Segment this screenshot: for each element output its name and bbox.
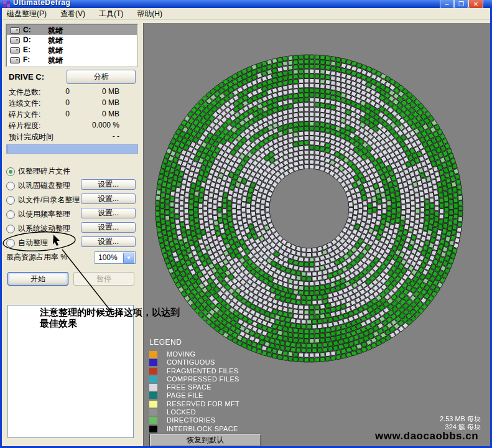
pause-button[interactable]: 暂停: [73, 272, 134, 286]
drive-row-f[interactable]: F: 就绪: [7, 55, 137, 65]
legend: LEGEND MOVING CONTIGUOUS FRAGMENTED FILE…: [149, 338, 182, 433]
option-fragmented-only[interactable]: 仅整理碎片文件: [6, 166, 70, 175]
radio-label: 以使用频率整理: [18, 210, 70, 218]
radio-label: 以文件/目录名整理: [18, 195, 80, 204]
restore-default-button[interactable]: 恢复到默认: [149, 434, 261, 447]
menu-tools[interactable]: 工具(T): [94, 8, 128, 20]
option-auto-defrag[interactable]: 自动整理: [6, 237, 48, 247]
message-box: [7, 305, 134, 438]
radio-button[interactable]: [6, 210, 15, 219]
radio-button[interactable]: [6, 167, 15, 176]
menu-disk-defrag[interactable]: 磁盘整理(P): [2, 8, 52, 20]
drive-c-label: DRIVE C:: [9, 72, 44, 82]
color-swatch-contiguous: [149, 359, 157, 366]
drive-list: C: 就绪 D: 就绪 E: 就绪 F: 就绪: [6, 24, 137, 67]
close-button[interactable]: ✕: [468, 0, 483, 8]
legend-item: CONTIGUOUS: [149, 358, 182, 366]
settings-button-volatility[interactable]: 设置...: [81, 222, 136, 233]
drive-letter: D:: [23, 35, 31, 44]
option-usage-frequency[interactable]: 以使用频率整理: [6, 208, 70, 218]
menu-view[interactable]: 查看(V): [55, 8, 90, 20]
settings-button-file-dir[interactable]: 设置...: [81, 194, 136, 204]
analyze-button[interactable]: 分析: [67, 70, 136, 84]
legend-item: INTERBLOCK SPACE: [149, 425, 182, 433]
settings-button-consolidate[interactable]: 设置...: [81, 179, 136, 190]
color-swatch-fragmented: [149, 368, 157, 375]
watermark: www.daocaobbs.cn: [375, 430, 478, 442]
stat-count: 0: [39, 87, 70, 96]
legend-label: COMPRESSED FILES: [167, 375, 239, 383]
stat-size: 0 MB: [73, 87, 119, 96]
radio-button[interactable]: [6, 239, 15, 248]
stat-label: 碎片文件:: [9, 110, 40, 120]
stat-label: 预计完成时间: [9, 132, 53, 142]
legend-title: LEGEND: [149, 338, 182, 347]
legend-label: DIRECTORIES: [167, 416, 215, 424]
legend-label: MOVING: [167, 350, 195, 358]
legend-label: LOCKED: [167, 408, 196, 416]
radio-button[interactable]: [6, 225, 15, 233]
drive-icon: [10, 37, 20, 44]
option-file-dir-name[interactable]: 以文件/目录名整理: [6, 194, 80, 204]
legend-label: RESERVED FOR MFT: [167, 400, 239, 408]
legend-item: FREE SPACE: [149, 383, 182, 391]
start-button[interactable]: 开始: [7, 272, 68, 286]
color-swatch-mft: [149, 401, 157, 408]
drive-row-d[interactable]: D: 就绪: [7, 35, 137, 45]
legend-item: RESERVED FOR MFT: [149, 400, 182, 408]
color-swatch-directories: [149, 417, 157, 424]
radio-button[interactable]: [6, 196, 15, 205]
legend-label: PAGE FILE: [167, 391, 203, 399]
ultimatedefrag-window: UltimateDefrag – ❐ ✕ 磁盘整理(P) 查看(V) 工具(T)…: [0, 0, 492, 448]
color-swatch-interblock: [149, 426, 157, 432]
legend-item: MOVING: [149, 350, 182, 358]
drive-row-c[interactable]: C: 就绪: [7, 25, 137, 35]
option-consolidate[interactable]: 以巩固磁盘整理: [6, 180, 70, 190]
app-icon: [3, 1, 10, 7]
radio-label: 以巩固磁盘整理: [18, 181, 70, 190]
cursor-arrow-icon: [53, 235, 60, 246]
stat-label: 连续文件:: [9, 98, 40, 109]
combo-value: 100%: [98, 253, 118, 262]
stat-size: 0 MB: [73, 98, 119, 107]
radio-button[interactable]: [6, 182, 15, 190]
window-border-left: [0, 8, 2, 448]
chevron-down-icon[interactable]: ▼: [123, 253, 134, 264]
drive-letter: C:: [23, 26, 31, 34]
settings-button-auto[interactable]: 设置...: [81, 236, 136, 247]
stat-size: - -: [73, 132, 119, 141]
stat-size: 0.000 %: [73, 121, 119, 129]
stat-count: 0: [39, 98, 70, 107]
option-system-volatility[interactable]: 以系统波动整理: [6, 223, 70, 233]
color-swatch-moving: [149, 351, 157, 358]
stat-count: 0: [39, 110, 70, 118]
drive-icon: [10, 47, 20, 54]
legend-item: FRAGMENTED FILES: [149, 367, 182, 375]
color-swatch-free-space: [149, 384, 157, 391]
maximize-button[interactable]: ❐: [454, 0, 468, 8]
drive-letter: F:: [23, 55, 30, 64]
radio-label: 仅整理碎片文件: [18, 167, 70, 175]
color-swatch-compressed: [149, 376, 157, 383]
color-swatch-page-file: [149, 392, 157, 399]
drive-icon: [10, 57, 20, 63]
resource-usage-combobox[interactable]: 100% ▼: [95, 251, 136, 264]
disk-block-visualization: [143, 23, 490, 446]
radio-label: 以系统波动整理: [18, 224, 70, 233]
title-bar[interactable]: UltimateDefrag – ❐ ✕: [0, 0, 492, 8]
settings-button-usage[interactable]: 设置...: [81, 208, 136, 218]
legend-label: INTERBLOCK SPACE: [167, 425, 238, 432]
legend-item: LOCKED: [149, 408, 182, 416]
menu-help[interactable]: 帮助(H): [132, 8, 167, 20]
legend-item: DIRECTORIES: [149, 416, 182, 424]
drive-row-e[interactable]: E: 就绪: [7, 45, 137, 55]
legend-label: FREE SPACE: [167, 383, 211, 391]
stat-size: 0 MB: [73, 110, 119, 118]
window-title: UltimateDefrag: [13, 0, 70, 7]
stat-label: 文件总数:: [9, 87, 40, 98]
minimize-button[interactable]: –: [440, 0, 454, 8]
legend-label: FRAGMENTED FILES: [167, 367, 238, 375]
drive-letter: E:: [23, 45, 30, 54]
resource-usage-label: 最高资源占用率 %: [6, 252, 67, 263]
drive-icon: [10, 27, 20, 34]
